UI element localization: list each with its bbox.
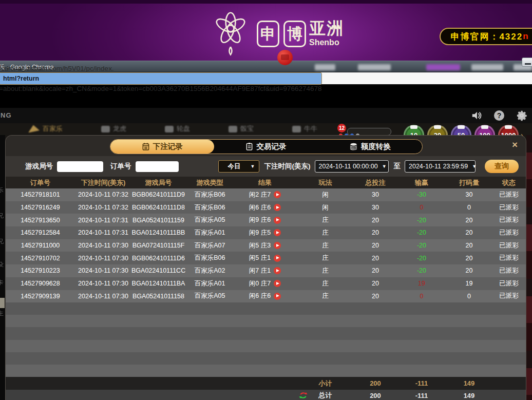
window-minimize-button[interactable] bbox=[522, 58, 532, 67]
cell-play: 庄 bbox=[296, 254, 355, 262]
betting-records-dialog: 下注记录 交易记录 额度转换 × 游戏局号 bbox=[5, 135, 526, 400]
cell-play: 庄 bbox=[296, 241, 355, 250]
game-category-0[interactable]: 百家乐 bbox=[28, 124, 63, 134]
column-header: 输赢 bbox=[396, 178, 447, 187]
result-text: 闲2 庄7 bbox=[249, 191, 271, 199]
range-preset-select[interactable]: 今日 ▼ bbox=[218, 160, 259, 173]
cell-result: 闲2 庄7 bbox=[234, 191, 296, 199]
replay-icon[interactable] bbox=[274, 293, 281, 300]
logo-char-shen: 申 bbox=[257, 21, 279, 47]
cell-bet: 30 bbox=[355, 204, 396, 211]
category-label: 牛牛 bbox=[304, 124, 317, 134]
official-site-suffix: n bbox=[523, 31, 529, 42]
cell-round: BGA05241011159 bbox=[131, 217, 185, 224]
replay-icon[interactable] bbox=[274, 204, 281, 211]
edge-glyph: 乐 bbox=[0, 186, 4, 194]
right-edge-strip bbox=[526, 135, 532, 400]
category-icon bbox=[101, 126, 110, 132]
game-category-3[interactable]: 骰宝 bbox=[229, 124, 254, 134]
game-category-1[interactable]: 龙虎 bbox=[101, 124, 126, 134]
cell-bet: 20 bbox=[355, 280, 396, 287]
game-category-bar: 百家乐龙虎轮盘骰宝牛牛 bbox=[28, 124, 317, 134]
category-label: 骰宝 bbox=[240, 124, 254, 134]
cell-turnover: 30 bbox=[447, 191, 491, 198]
url-text[interactable]: /cdnx-ali.zabaih.com/h5V01/pc/index.html… bbox=[0, 65, 322, 92]
cell-game: 百家乐B06 bbox=[185, 191, 234, 199]
replay-icon[interactable] bbox=[274, 217, 281, 224]
tab-transaction-records[interactable]: 交易记录 bbox=[214, 140, 318, 154]
edge-glyph: 卡 bbox=[0, 279, 4, 287]
subtotal-row: 小计 200 -111 149 bbox=[6, 377, 526, 390]
column-header: 玩法 bbox=[296, 178, 355, 187]
tab-bet-records[interactable]: 下注记录 bbox=[110, 140, 214, 154]
edge-glyph: 兄 bbox=[0, 212, 4, 220]
logo-char-bo: 博 bbox=[283, 21, 306, 47]
result-text: 闲6 庄6 bbox=[249, 292, 271, 300]
table-row: 145279136502024-10-11 07:31BGA0524101115… bbox=[6, 214, 526, 226]
cell-winloss: -20 bbox=[396, 229, 447, 236]
chevron-down-icon: ▼ bbox=[382, 164, 387, 169]
replay-icon[interactable] bbox=[274, 229, 281, 236]
cell-game: 百家乐B06 bbox=[185, 203, 234, 212]
filter-bar: 游戏局号 订单号 今日 ▼ 下注时间(美东) 2024-10-11 00:00:… bbox=[6, 156, 526, 177]
cell-bet: 20 bbox=[355, 255, 396, 262]
date-to-select[interactable]: 2024-10-11 23:59:59 ▼ bbox=[405, 160, 476, 173]
official-site-pill[interactable]: 申博官网：4322n bbox=[440, 28, 532, 45]
order-no-label: 订单号 bbox=[110, 162, 131, 171]
table-row: 145279102232024-10-11 07:30BGA022410111C… bbox=[6, 264, 526, 277]
game-round-input[interactable] bbox=[57, 161, 103, 172]
refresh-icon[interactable] bbox=[299, 391, 308, 400]
settings-gear-icon[interactable] bbox=[516, 109, 528, 122]
order-no-input[interactable] bbox=[136, 161, 179, 172]
flower-logo-icon bbox=[208, 9, 253, 56]
chevron-down-icon: ▼ bbox=[472, 164, 477, 169]
subtotal-bet: 200 bbox=[355, 379, 396, 387]
game-category-2[interactable]: 轮盘 bbox=[165, 124, 190, 134]
cell-order: 14527912584 bbox=[6, 229, 75, 236]
cell-game: 百家乐A07 bbox=[185, 241, 234, 250]
cell-winloss: -20 bbox=[396, 217, 447, 224]
chevron-down-icon: ▼ bbox=[251, 164, 255, 169]
cell-status: 已派彩 bbox=[491, 241, 526, 250]
cell-round: BGA022410111CC bbox=[131, 267, 185, 274]
tab-quota-transfer[interactable]: 额度转换 bbox=[318, 140, 422, 154]
category-icon bbox=[229, 126, 237, 132]
tab-label: 额度转换 bbox=[361, 142, 391, 151]
cell-play: 庄 bbox=[296, 292, 355, 300]
replay-icon[interactable] bbox=[274, 191, 281, 198]
close-icon[interactable]: × bbox=[512, 140, 518, 150]
table-row: 145279096282024-10-11 07:30BGA012410111B… bbox=[6, 277, 526, 290]
nav-blob bbox=[471, 64, 503, 70]
receipt-icon bbox=[246, 143, 253, 150]
cell-time: 2024-10-11 07:32 bbox=[75, 191, 131, 198]
cell-status: 已派彩 bbox=[491, 228, 526, 237]
game-category-4[interactable]: 牛牛 bbox=[292, 124, 317, 134]
category-label: 轮盘 bbox=[177, 124, 190, 134]
promo-ball-icon[interactable] bbox=[277, 50, 293, 65]
chrome-urlbar[interactable]: /cdnx-ali.zabaih.com/h5V01/pc/index.html… bbox=[0, 72, 532, 85]
column-header: 下注时间(美东) bbox=[75, 178, 131, 187]
cell-result: 闲9 庄6 bbox=[234, 216, 296, 224]
cell-turnover: 20 bbox=[447, 267, 491, 274]
cell-status: 已派彩 bbox=[491, 191, 526, 199]
cell-round: BGB062410111D8 bbox=[131, 204, 185, 211]
date-from-select[interactable]: 2024-10-11 00:00:00 ▼ bbox=[315, 160, 389, 173]
nav-blob bbox=[358, 64, 391, 70]
replay-icon[interactable] bbox=[274, 242, 281, 249]
sound-icon[interactable] bbox=[470, 109, 483, 122]
cell-result: 闲9 庄5 bbox=[234, 228, 296, 237]
query-button[interactable]: 查询 bbox=[485, 160, 519, 173]
cell-time: 2024-10-11 07:30 bbox=[75, 242, 131, 249]
cell-turnover: 19 bbox=[447, 280, 491, 287]
replay-icon[interactable] bbox=[274, 267, 281, 274]
help-icon[interactable]: ? bbox=[494, 110, 504, 121]
cell-winloss: -30 bbox=[396, 191, 447, 198]
replay-icon[interactable] bbox=[274, 280, 281, 287]
replay-icon[interactable] bbox=[274, 255, 281, 262]
table-row: 145279125842024-10-11 07:31BGA012410111B… bbox=[6, 226, 526, 239]
cell-time: 2024-10-11 07:30 bbox=[75, 255, 131, 262]
cell-bet: 20 bbox=[355, 229, 396, 236]
total-turnover: 149 bbox=[447, 392, 491, 399]
category-label: 龙虎 bbox=[113, 124, 126, 134]
edge-glyph: 主 bbox=[0, 310, 4, 317]
